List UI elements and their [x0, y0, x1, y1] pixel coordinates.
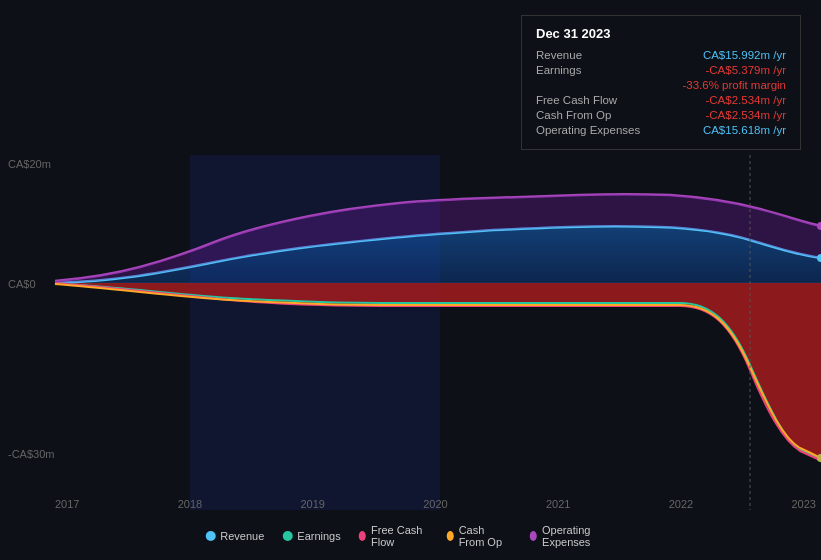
- legend-opex: Operating Expenses: [530, 524, 616, 548]
- revenue-value: CA$15.992m /yr: [703, 49, 786, 61]
- opex-label: Operating Expenses: [536, 124, 640, 136]
- profit-margin-value: -33.6% profit margin: [682, 79, 786, 91]
- tooltip-row-fcf: Free Cash Flow -CA$2.534m /yr: [536, 94, 786, 106]
- x-label-2017: 2017: [55, 498, 79, 510]
- legend-dot-revenue: [205, 531, 215, 541]
- fcf-value: -CA$2.534m /yr: [705, 94, 786, 106]
- legend-fcf: Free Cash Flow: [359, 524, 429, 548]
- legend-dot-opex: [530, 531, 537, 541]
- legend-dot-earnings: [282, 531, 292, 541]
- tooltip-row-profit-margin: -33.6% profit margin: [536, 79, 786, 91]
- legend-label-revenue: Revenue: [220, 530, 264, 542]
- x-label-2020: 2020: [423, 498, 447, 510]
- chart-svg: [0, 155, 821, 510]
- legend-dot-cashfromop: [446, 531, 453, 541]
- tooltip-row-opex: Operating Expenses CA$15.618m /yr: [536, 124, 786, 136]
- legend-earnings: Earnings: [282, 530, 340, 542]
- tooltip-title: Dec 31 2023: [536, 26, 786, 41]
- x-label-2019: 2019: [301, 498, 325, 510]
- tooltip-row-cashfromop: Cash From Op -CA$2.534m /yr: [536, 109, 786, 121]
- earnings-label: Earnings: [536, 64, 581, 76]
- tooltip-row-earnings: Earnings -CA$5.379m /yr: [536, 64, 786, 76]
- chart-legend: Revenue Earnings Free Cash Flow Cash Fro…: [205, 524, 616, 548]
- data-tooltip: Dec 31 2023 Revenue CA$15.992m /yr Earni…: [521, 15, 801, 150]
- x-axis-labels: 2017 2018 2019 2020 2021 2022 2023: [55, 498, 816, 510]
- legend-label-opex: Operating Expenses: [542, 524, 616, 548]
- revenue-label: Revenue: [536, 49, 582, 61]
- legend-dot-fcf: [359, 531, 366, 541]
- fcf-label: Free Cash Flow: [536, 94, 617, 106]
- tooltip-row-revenue: Revenue CA$15.992m /yr: [536, 49, 786, 61]
- cashfromop-value: -CA$2.534m /yr: [705, 109, 786, 121]
- earnings-value: -CA$5.379m /yr: [705, 64, 786, 76]
- x-label-2018: 2018: [178, 498, 202, 510]
- legend-label-fcf: Free Cash Flow: [371, 524, 428, 548]
- x-label-2022: 2022: [669, 498, 693, 510]
- chart-area: [0, 155, 821, 510]
- legend-revenue: Revenue: [205, 530, 264, 542]
- legend-cashfromop: Cash From Op: [446, 524, 511, 548]
- legend-label-earnings: Earnings: [297, 530, 340, 542]
- opex-value: CA$15.618m /yr: [703, 124, 786, 136]
- x-label-2023: 2023: [792, 498, 816, 510]
- legend-label-cashfromop: Cash From Op: [459, 524, 512, 548]
- cashfromop-label: Cash From Op: [536, 109, 611, 121]
- x-label-2021: 2021: [546, 498, 570, 510]
